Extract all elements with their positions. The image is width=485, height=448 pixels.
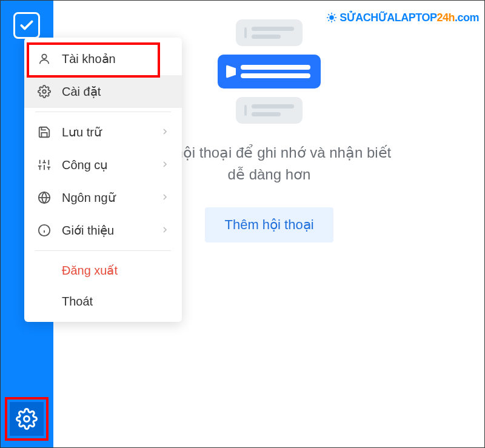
svg-point-17 bbox=[330, 16, 333, 19]
watermark-part1: SỬACHỮALAPTOP bbox=[340, 11, 436, 24]
save-icon bbox=[36, 124, 52, 140]
add-conversation-button[interactable]: Thêm hội thoại bbox=[205, 207, 333, 242]
svg-line-24 bbox=[329, 20, 329, 21]
watermark-part3: .com bbox=[455, 12, 479, 24]
menu-label: Đăng xuất bbox=[62, 263, 118, 278]
settings-button-highlight bbox=[5, 397, 48, 441]
svg-point-1 bbox=[42, 55, 46, 59]
menu-item-about[interactable]: Giới thiệu bbox=[24, 214, 182, 247]
gear-icon bbox=[16, 408, 38, 430]
menu-label: Tài khoản bbox=[62, 52, 116, 66]
menu-label: Cài đặt bbox=[62, 84, 101, 99]
watermark-part2: 24h bbox=[436, 12, 455, 24]
svg-point-2 bbox=[42, 90, 46, 93]
gear-icon bbox=[36, 84, 52, 99]
menu-label: Giới thiệu bbox=[62, 223, 114, 238]
menu-label: Ngôn ngữ bbox=[62, 190, 116, 205]
chat-illustration bbox=[218, 19, 321, 124]
menu-item-exit[interactable]: Thoát bbox=[24, 286, 182, 317]
svg-line-21 bbox=[335, 20, 335, 21]
checkbox-button[interactable] bbox=[13, 12, 40, 39]
chat-bubble-large bbox=[218, 55, 321, 89]
chevron-right-icon bbox=[160, 191, 170, 205]
menu-label: Công cụ bbox=[62, 158, 108, 172]
menu-item-storage[interactable]: Lưu trữ bbox=[24, 116, 182, 149]
svg-line-20 bbox=[329, 15, 329, 15]
menu-label: Thoát bbox=[62, 295, 93, 309]
chevron-right-icon bbox=[160, 125, 170, 139]
menu-divider bbox=[35, 250, 171, 251]
sun-icon bbox=[326, 12, 337, 23]
menu-divider bbox=[35, 112, 171, 112]
user-icon bbox=[36, 51, 52, 67]
menu-item-settings[interactable]: Cài đặt bbox=[24, 75, 182, 108]
globe-icon bbox=[36, 190, 52, 206]
svg-point-0 bbox=[24, 416, 30, 422]
sliders-icon bbox=[36, 157, 52, 173]
chat-bubble-small bbox=[236, 97, 303, 124]
chevron-right-icon bbox=[160, 224, 170, 238]
check-icon bbox=[19, 18, 35, 33]
info-icon bbox=[36, 222, 52, 238]
watermark-logo: SỬACHỮALAPTOP24h.com bbox=[326, 11, 479, 24]
menu-label: Lưu trữ bbox=[62, 125, 102, 139]
settings-popup-menu: Tài khoản Cài đặt Lưu trữ Công cụ Ngôn n… bbox=[24, 38, 182, 322]
menu-item-tools[interactable]: Công cụ bbox=[24, 149, 182, 181]
settings-button[interactable] bbox=[10, 402, 44, 436]
chevron-right-icon bbox=[160, 158, 170, 172]
chat-bubble-small bbox=[236, 19, 303, 46]
menu-item-logout[interactable]: Đăng xuất bbox=[24, 255, 182, 286]
svg-line-25 bbox=[335, 15, 335, 15]
menu-item-account[interactable]: Tài khoản bbox=[24, 42, 182, 75]
menu-item-language[interactable]: Ngôn ngữ bbox=[24, 181, 182, 214]
